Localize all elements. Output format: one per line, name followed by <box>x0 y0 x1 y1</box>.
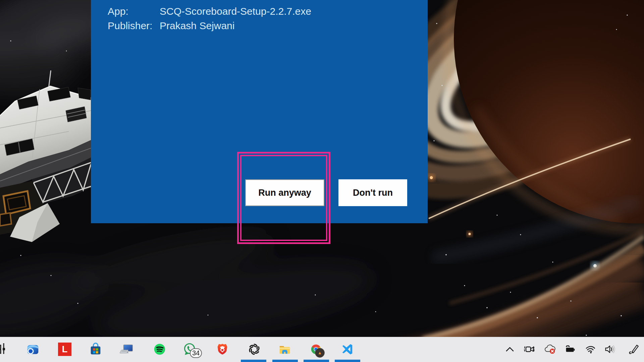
running-indicator-file-explorer <box>272 360 298 362</box>
letter-l-icon: L <box>58 343 71 356</box>
app-value: SCQ-Scoreboard-Setup-2.2.7.exe <box>160 4 311 18</box>
publisher-value: Prakash Sejwani <box>160 18 234 33</box>
taskbar-item-remote-desktop[interactable] <box>119 342 134 357</box>
microsoft-store-icon <box>89 342 103 356</box>
pen-icon <box>627 342 641 356</box>
tray-battery[interactable] <box>563 342 578 357</box>
tray-onedrive-error[interactable] <box>543 342 557 357</box>
tray-show-hidden-icons[interactable] <box>502 342 517 357</box>
taskbar-item-vscode[interactable] <box>339 342 354 357</box>
file-explorer-icon <box>278 342 292 356</box>
taskbar-item-chatgpt[interactable] <box>247 342 262 357</box>
remote-desktop-icon <box>120 342 134 356</box>
chatgpt-icon <box>247 342 261 356</box>
app-row: App: SCQ-Scoreboard-Setup-2.2.7.exe <box>108 4 311 18</box>
run-anyway-button[interactable]: Run anyway <box>245 179 324 206</box>
taskbar-item-brave[interactable] <box>215 342 230 357</box>
taskbar-item-outlook[interactable] <box>25 342 40 357</box>
camera-icon <box>523 343 536 356</box>
partial-app-icon[interactable] <box>0 342 11 357</box>
taskbar-item-file-explorer[interactable] <box>277 342 292 357</box>
taskbar: L <box>0 337 644 362</box>
smartscreen-dialog: App: SCQ-Scoreboard-Setup-2.2.7.exe Publ… <box>91 0 428 223</box>
taskbar-item-microsoft-store[interactable] <box>88 342 103 357</box>
outlook-icon <box>26 342 40 356</box>
taskbar-item-whatsapp[interactable]: 34 <box>182 342 197 357</box>
publisher-label: Publisher: <box>108 18 160 33</box>
tray-wifi[interactable] <box>584 342 598 357</box>
dialog-info: App: SCQ-Scoreboard-Setup-2.2.7.exe Publ… <box>108 4 311 33</box>
onedrive-error-icon <box>543 342 557 356</box>
desktop: App: SCQ-Scoreboard-Setup-2.2.7.exe Publ… <box>0 0 644 362</box>
partial-app-icon <box>0 343 10 356</box>
battery-icon <box>563 342 577 356</box>
brave-icon <box>215 342 229 356</box>
chevron-up-icon <box>503 343 517 356</box>
running-indicator-chrome <box>304 360 329 362</box>
app-label: App: <box>108 4 160 18</box>
spotify-icon <box>153 342 167 356</box>
taskbar-item-spotify[interactable] <box>152 342 167 357</box>
whatsapp-unread-badge: 34 <box>190 348 202 358</box>
taskbar-item-chrome[interactable]: ▲ <box>309 342 323 357</box>
wifi-icon <box>584 342 598 356</box>
publisher-row: Publisher: Prakash Sejwani <box>108 18 311 33</box>
tray-windows-ink-pen[interactable] <box>627 342 641 357</box>
running-indicator-chatgpt <box>241 360 266 362</box>
dont-run-button[interactable]: Don't run <box>338 179 407 206</box>
running-indicator-vscode <box>335 360 360 362</box>
tray-camera[interactable] <box>522 342 537 357</box>
volume-icon <box>603 342 617 356</box>
tray-volume[interactable] <box>602 342 617 357</box>
chrome-download-overlay-icon: ▲ <box>315 348 325 358</box>
taskbar-item-letter-l-app[interactable]: L <box>57 342 72 357</box>
vscode-icon <box>340 342 354 356</box>
